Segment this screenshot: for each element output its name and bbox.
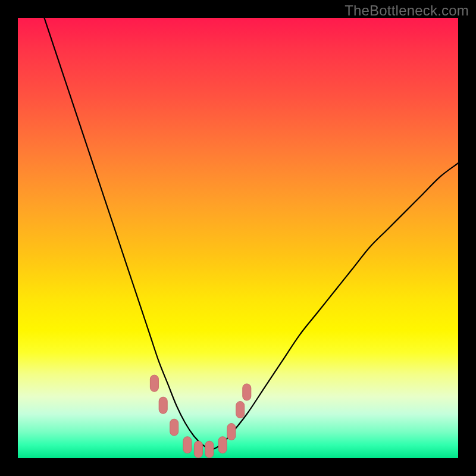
curve-line: [44, 18, 458, 449]
bottleneck-curve: [18, 18, 458, 458]
curve-marker: [205, 441, 214, 458]
curve-marker: [194, 441, 202, 458]
curve-marker: [170, 419, 178, 436]
plot-area: [18, 18, 458, 458]
curve-marker: [183, 437, 192, 453]
watermark-text: TheBottleneck.com: [345, 2, 469, 19]
marker-group: [150, 375, 250, 458]
chart-frame: TheBottleneck.com: [0, 0, 476, 476]
curve-marker: [159, 397, 167, 414]
curve-marker: [218, 437, 227, 453]
curve-marker: [227, 424, 236, 440]
curve-marker: [236, 402, 245, 418]
curve-marker: [150, 375, 158, 392]
curve-marker: [243, 384, 251, 400]
